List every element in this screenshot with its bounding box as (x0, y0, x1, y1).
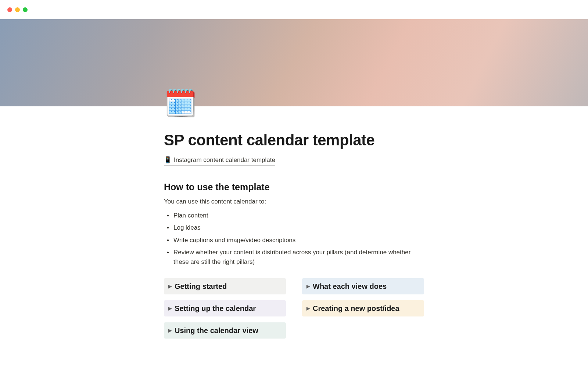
maximize-window-button[interactable] (23, 7, 28, 12)
phone-icon: 📱 (164, 155, 172, 165)
toggle-setting-up[interactable]: ▶ Setting up the calendar (164, 300, 286, 316)
list-item[interactable]: Write captions and image/video descripti… (165, 234, 424, 247)
toggle-view-does[interactable]: ▶ What each view does (302, 278, 424, 294)
page-cover[interactable] (0, 19, 588, 106)
minimize-window-button[interactable] (15, 7, 20, 12)
toggle-new-post[interactable]: ▶ Creating a new post/idea (302, 300, 424, 316)
page-icon[interactable]: 🗓️ (164, 90, 193, 118)
list-item[interactable]: Log ideas (165, 222, 424, 234)
chevron-right-icon: ▶ (168, 283, 172, 290)
toggle-calendar-view[interactable]: ▶ Using the calendar view (164, 322, 286, 339)
chevron-right-icon: ▶ (306, 283, 310, 290)
intro-text[interactable]: You can use this content calendar to: (164, 197, 424, 206)
chevron-right-icon: ▶ (168, 327, 172, 334)
sub-page-link[interactable]: 📱 Instagram content calendar template (164, 155, 275, 166)
toggle-label: Using the calendar view (175, 325, 258, 336)
toggle-getting-started[interactable]: ▶ Getting started (164, 278, 286, 294)
list-item[interactable]: Review whether your content is distribut… (165, 246, 424, 268)
chevron-right-icon: ▶ (306, 305, 310, 312)
section-heading[interactable]: How to use the template (164, 180, 424, 194)
window: 🗓️ SP content calendar template 📱 Instag… (0, 0, 588, 368)
toggle-label: Getting started (175, 281, 227, 292)
close-window-button[interactable] (7, 7, 12, 12)
list-item[interactable]: Plan content (165, 209, 424, 222)
calendar-icon: 🗓️ (164, 88, 197, 118)
bullet-list: Plan content Log ideas Write captions an… (164, 209, 424, 268)
toggle-label: What each view does (313, 281, 387, 292)
sub-page-link-text: Instagram content calendar template (174, 155, 275, 165)
toggle-label: Creating a new post/idea (313, 303, 399, 314)
page-title[interactable]: SP content calendar template (164, 106, 424, 152)
chevron-right-icon: ▶ (168, 305, 172, 312)
toggle-grid: ▶ Getting started ▶ Setting up the calen… (164, 278, 424, 339)
toggle-label: Setting up the calendar (175, 303, 256, 314)
page-content: 🗓️ SP content calendar template 📱 Instag… (164, 106, 424, 361)
window-titlebar (0, 0, 588, 19)
